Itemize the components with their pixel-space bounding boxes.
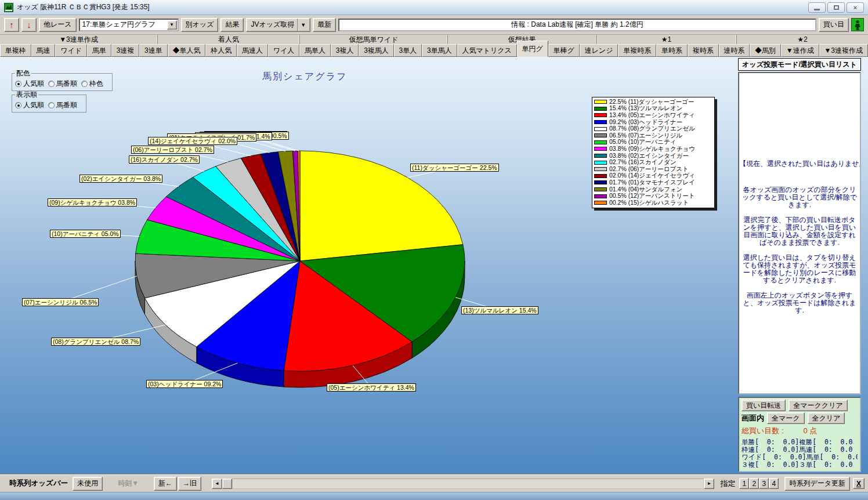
legend-row-03: 09.2% (03)ヘッドライナー: [594, 119, 713, 126]
radio-option-人気順[interactable]: 人気順: [15, 79, 44, 89]
tab-連時系[interactable]: 連時系: [719, 44, 750, 57]
instruction-paragraph: 選択した買い目は、タブを切り替えても保持されますが、オッズ投票モードを解除したり…: [741, 254, 858, 284]
close-button[interactable]: ×: [847, 2, 864, 13]
legend-text: 09.2% (03)ヘッドライナー: [609, 119, 682, 126]
time-sort-label: 時刻▼: [118, 479, 139, 488]
close-bar-button[interactable]: X: [853, 478, 865, 489]
latest-button[interactable]: 最新: [313, 18, 336, 32]
tab-3連複[interactable]: 3連複: [111, 44, 139, 57]
unused-button[interactable]: 未使用: [73, 477, 103, 491]
instruction-paragraph: 各オッズ画面のオッズの部分をクリックすると買い目として選択/解除できます.: [741, 186, 858, 209]
legend-text: 01.4% (04)サンダルフォン: [609, 186, 683, 193]
instruction-paragraph: 画面左上のオッズボタン等を押すと、オッズ投票モードは解除されます.: [741, 292, 858, 314]
jv-fetch-label: JVオッズ取得: [251, 20, 294, 30]
legend-row-04: 01.4% (04)サンダルフォン: [594, 186, 713, 193]
tab-単円グ[interactable]: 単円グ: [517, 41, 548, 57]
bet-type-summary: 単勝[ 0: 0.0]複勝[ 0: 0.0枠連[ 0: 0.0]馬連[ 0: 0…: [742, 439, 858, 469]
tab-複時系[interactable]: 複時系: [688, 44, 719, 57]
preset-buttons: 1234: [739, 478, 779, 489]
legend-text: 05.0% (10)アーバニティ: [609, 139, 677, 146]
legend-text: 13.4% (05)エーシンホワイティ: [609, 112, 695, 119]
clear-all-marks-button[interactable]: 全マーククリア: [789, 400, 847, 411]
radio-circle-icon[interactable]: [48, 81, 55, 87]
scrollbar-thumb[interactable]: [222, 479, 232, 489]
down-arrow-icon: ↓: [27, 20, 31, 29]
titlebar: オッズ 阪神11R ＣＢＣ賞HG3 [発走 15:35] ×: [0, 0, 868, 15]
tab-3複馬人[interactable]: 3複馬人: [359, 44, 393, 57]
display-order-options: 人気順馬番順: [15, 102, 81, 110]
tab-馬単人[interactable]: 馬単人: [299, 44, 331, 57]
radio-option-枠色[interactable]: 枠色: [81, 79, 103, 89]
next-race-button[interactable]: ↓: [21, 18, 37, 32]
newer-button[interactable]: 新←: [154, 477, 177, 491]
legend-row-11: 22.5% (11)ダッシャーゴーゴー: [594, 99, 713, 106]
window-controls: ×: [808, 2, 864, 13]
legend-row-01: 01.7% (01)タマモナイスプレイ: [594, 179, 713, 186]
combo-dropdown-button[interactable]: ▼: [167, 20, 177, 30]
preset-button-1[interactable]: 1: [739, 478, 749, 489]
clear-all-button[interactable]: 全クリア: [808, 412, 845, 424]
preset-button-4[interactable]: 4: [769, 478, 779, 489]
radio-circle-icon[interactable]: [15, 81, 21, 87]
app-window: オッズ 阪神11R ＣＢＣ賞HG3 [発走 15:35] × ↑ ↓ 他レース …: [0, 0, 868, 500]
radio-option-人気順[interactable]: 人気順: [15, 100, 44, 110]
radio-option-馬番順[interactable]: 馬番順: [48, 79, 77, 89]
preset-button-2[interactable]: 2: [749, 478, 759, 489]
tab-3単馬人[interactable]: 3単馬人: [422, 44, 457, 57]
legend-row-13: 15.4% (13)ツルマルレオン: [594, 106, 713, 113]
legend-text: 03.8% (02)エイシンタイガー: [609, 153, 689, 160]
scroll-right-button[interactable]: ►: [704, 479, 714, 489]
tab-馬連[interactable]: 馬連: [31, 44, 56, 57]
older-button[interactable]: →旧: [178, 477, 201, 491]
tab-単棒グ[interactable]: 単棒グ: [548, 44, 580, 57]
restore-button[interactable]: [827, 2, 845, 13]
minimize-button[interactable]: [808, 2, 826, 13]
transfer-bets-button[interactable]: 買い目転送: [742, 400, 786, 411]
tab-馬単[interactable]: 馬単: [87, 44, 111, 57]
radio-circle-icon[interactable]: [15, 102, 21, 108]
tab-ワイ人[interactable]: ワイ人: [268, 44, 299, 57]
tab-人気マトリクス[interactable]: 人気マトリクス: [457, 44, 517, 57]
tab-3連単[interactable]: 3連単: [139, 44, 167, 57]
tab-単時系[interactable]: 単時系: [656, 44, 688, 57]
tab-◆馬別[interactable]: ◆馬別: [750, 44, 781, 57]
result-button[interactable]: 結果: [220, 18, 244, 32]
tab-単複時系[interactable]: 単複時系: [618, 44, 656, 57]
close-icon: ×: [853, 4, 857, 11]
prev-race-button[interactable]: ↑: [4, 18, 19, 32]
tab-枠人気[interactable]: 枠人気: [205, 44, 237, 57]
mark-all-button[interactable]: 全マーク: [767, 412, 805, 424]
legend-swatch-icon: [594, 180, 607, 184]
tab-3単人[interactable]: 3単人: [394, 44, 422, 57]
timeseries-bar-label: 時系列オッズバー: [9, 479, 68, 488]
jv-fetch-dropdown-icon[interactable]: ▼: [297, 19, 306, 31]
kaime-button[interactable]: 買い目: [819, 18, 849, 32]
tab-馬連人[interactable]: 馬連人: [237, 44, 268, 57]
tab-◆単人気[interactable]: ◆単人気: [168, 44, 206, 57]
tab-▼連作成[interactable]: ▼連作成: [781, 44, 819, 57]
exit-person-icon[interactable]: [851, 18, 864, 31]
other-race-button[interactable]: 他レース: [39, 18, 77, 32]
chevron-down-icon: ▼: [169, 22, 174, 27]
tab-単複枠[interactable]: 単複枠: [0, 44, 31, 57]
tab-連レンジ[interactable]: 連レンジ: [580, 44, 619, 57]
tab-3複人[interactable]: 3複人: [331, 44, 359, 57]
radio-circle-icon[interactable]: [48, 102, 55, 108]
radio-circle-icon[interactable]: [81, 81, 88, 87]
timeseries-update-button[interactable]: 時系列データ更新: [784, 477, 850, 491]
tab-ワイド[interactable]: ワイド: [55, 44, 87, 57]
preset-button-3[interactable]: 3: [759, 478, 769, 489]
radio-option-馬番順[interactable]: 馬番順: [48, 100, 77, 110]
tab-group-6: ★2: [737, 35, 868, 44]
toolbar: ↑ ↓ 他レース 17:単勝シェア円グラフ ▼ 別オッズ 結果 JVオッズ取得 …: [0, 15, 868, 35]
legend-row-06: 02.7% (06)アーリーロブスト: [594, 166, 713, 173]
view-select-combo[interactable]: 17:単勝シェア円グラフ ▼: [79, 19, 179, 31]
scrollbar-track[interactable]: [232, 479, 704, 489]
restore-icon: [834, 5, 839, 10]
jv-fetch-button[interactable]: JVオッズ取得 ▼: [246, 18, 310, 32]
legend-swatch-icon: [594, 100, 607, 104]
scroll-left-button[interactable]: ◄: [212, 479, 222, 489]
alt-odds-button[interactable]: 別オッズ: [181, 18, 219, 32]
tab-group-1: ▼3連単作成: [0, 35, 158, 44]
tab-▼3連複作成[interactable]: ▼3連複作成: [819, 44, 868, 57]
